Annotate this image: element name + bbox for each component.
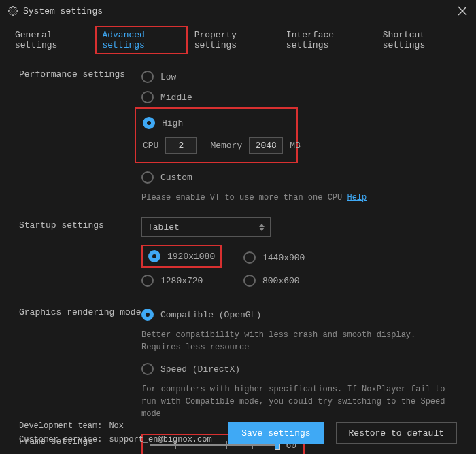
startup-mode-value: Tablet — [148, 222, 180, 232]
cs-label: Customer service: — [19, 435, 102, 444]
radio-res-800-label: 800x600 — [262, 276, 300, 286]
footer: Development team: Nox Customer service: … — [0, 413, 476, 454]
cpu-input[interactable] — [165, 137, 197, 154]
radio-speed-label: Speed (DirectX) — [160, 364, 240, 374]
dev-team-value: Nox — [109, 421, 124, 431]
close-icon[interactable] — [457, 5, 468, 16]
vt-hint: Please enable VT to use more than one CP… — [141, 193, 342, 203]
radio-middle[interactable] — [141, 91, 154, 103]
svg-point-0 — [12, 10, 14, 12]
radio-speed[interactable] — [141, 363, 154, 375]
restore-button[interactable]: Restore to default — [336, 422, 457, 444]
gear-icon — [8, 6, 18, 16]
radio-custom-label: Custom — [160, 173, 192, 183]
window-title: System settings — [23, 6, 103, 16]
chevron-updown-icon — [259, 224, 265, 231]
tab-advanced[interactable]: Advanced settings — [95, 26, 187, 54]
radio-low[interactable] — [141, 71, 154, 83]
tab-interface[interactable]: Interface settings — [279, 26, 376, 54]
performance-label: Performance settings — [19, 67, 141, 80]
radio-low-label: Low — [160, 72, 176, 82]
radio-res-1440-label: 1440x900 — [262, 253, 305, 263]
titlebar: System settings — [0, 0, 476, 22]
radio-middle-label: Middle — [160, 92, 192, 103]
performance-highlight: High CPU Memory MB — [135, 107, 298, 163]
vt-help-link[interactable]: Help — [347, 193, 367, 203]
radio-res-1280[interactable] — [141, 275, 154, 287]
tab-general[interactable]: General settings — [8, 26, 95, 54]
radio-high-label: High — [162, 118, 183, 128]
tab-shortcut[interactable]: Shortcut settings — [376, 26, 468, 54]
radio-compat-label: Compatible (OpenGL) — [160, 310, 261, 320]
radio-res-1440[interactable] — [243, 251, 256, 264]
memory-unit: MB — [290, 141, 301, 151]
radio-res-800[interactable] — [243, 275, 256, 287]
performance-section: Performance settings Low Middle High CPU — [19, 67, 457, 204]
memory-label: Memory — [210, 141, 242, 151]
save-button[interactable]: Save settings — [228, 422, 323, 444]
radio-high[interactable] — [143, 117, 155, 129]
radio-res-1280-label: 1280x720 — [160, 276, 203, 286]
tab-property[interactable]: Property settings — [188, 26, 279, 54]
startup-section: Startup settings Tablet 1920x1080 — [19, 217, 457, 291]
graphics-label: Graphics rendering mode — [19, 304, 141, 317]
dev-team-label: Development team: — [19, 421, 102, 431]
memory-input[interactable] — [249, 137, 283, 154]
cpu-label: CPU — [143, 141, 158, 151]
startup-label: Startup settings — [19, 217, 141, 230]
tabs: General settings Advanced settings Prope… — [0, 22, 476, 61]
graphics-section: Graphics rendering mode Compatible (Open… — [19, 304, 457, 420]
compat-desc: Better compatibility with less crash and… — [141, 329, 457, 353]
radio-custom[interactable] — [141, 171, 154, 184]
radio-compat[interactable] — [141, 309, 154, 321]
cs-value: support_en@bignox.com — [109, 435, 211, 444]
startup-mode-select[interactable]: Tablet — [141, 217, 271, 237]
